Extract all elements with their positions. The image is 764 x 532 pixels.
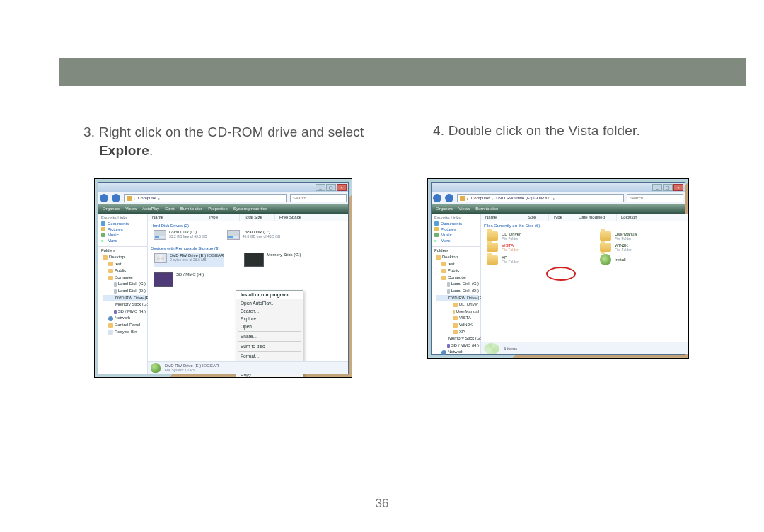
col-name[interactable]: Name	[148, 214, 204, 221]
tree-ddrive[interactable]: Local Disk (D:)	[451, 288, 479, 295]
cmd-burn[interactable]: Burn to disc	[180, 207, 203, 211]
favlink-documents[interactable]: Documents	[441, 221, 462, 226]
tree-network[interactable]: Network	[115, 315, 130, 322]
ctx-header[interactable]: Install or run program	[236, 291, 303, 299]
col-loc[interactable]: Location	[617, 214, 689, 221]
tree-computer[interactable]: Computer	[448, 274, 466, 282]
maximize-button[interactable]: ▢	[326, 184, 336, 191]
computer-icon	[127, 196, 132, 201]
tree-dvd[interactable]: DVD RW Drive (E:)	[115, 295, 151, 302]
favlink-music[interactable]: Music	[441, 233, 452, 237]
breadcrumb[interactable]: ▸ Computer ▸	[124, 194, 287, 202]
ctx-burn[interactable]: Burn to disc	[236, 342, 303, 350]
drive-dvd[interactable]: DVD RW Drive (E:) IOGEAR0 bytes free of …	[154, 253, 224, 267]
tree-usermanual[interactable]: UserManual	[456, 308, 479, 316]
col-date[interactable]: Date modified	[574, 214, 617, 221]
tree-test[interactable]: test	[448, 261, 455, 268]
folder-dldriver[interactable]: DL_DriverFile Folder	[487, 231, 579, 241]
close-button[interactable]: ×	[673, 184, 683, 191]
maximize-button[interactable]: ▢	[663, 184, 673, 191]
tree-test[interactable]: test	[115, 261, 122, 268]
tree-desktop[interactable]: Desktop	[442, 254, 458, 261]
cmd-autoplay[interactable]: AutoPlay	[142, 207, 159, 211]
cmd-sysprops[interactable]: System properties	[233, 207, 267, 211]
window-titlebar: _ ▢ ×	[98, 183, 348, 192]
ctx-share[interactable]: Share...	[236, 332, 303, 340]
ctx-search[interactable]: Search...	[236, 307, 303, 315]
drive-icon	[227, 230, 240, 240]
drive-c[interactable]: Local Disk (C:)33.2 GB free of 43.5 GB	[154, 230, 207, 240]
folder-xp[interactable]: XPFile Folder	[487, 254, 579, 265]
breadcrumb-item[interactable]: Computer	[471, 196, 490, 200]
tree-cdrive[interactable]: Local Disk (C:)	[451, 281, 479, 288]
cmd-views[interactable]: Views	[458, 207, 470, 211]
tree-dldriver[interactable]: DL_Driver	[459, 301, 478, 308]
tree-public[interactable]: Public	[115, 267, 126, 274]
col-name[interactable]: Name	[481, 214, 523, 221]
tree-sd[interactable]: SD / MMC (H:)	[118, 308, 146, 316]
nav-back-icon[interactable]	[433, 194, 441, 202]
tree-desktop[interactable]: Desktop	[109, 254, 125, 261]
col-type[interactable]: Type	[204, 214, 240, 221]
drive-d[interactable]: Local Disk (D:)40.0 GB free of 43.5 GB	[227, 230, 281, 240]
favlink-more[interactable]: More	[108, 238, 117, 243]
nav-back-icon[interactable]	[100, 194, 108, 202]
folder-usermanual[interactable]: UserManualFile Folder	[600, 231, 689, 241]
close-button[interactable]: ×	[337, 184, 347, 191]
tree-cdrive[interactable]: Local Disk (C:)	[118, 281, 146, 288]
tree-public[interactable]: Public	[448, 267, 459, 274]
tree-ms[interactable]: Memory Stick (G:)	[115, 301, 149, 308]
cmd-properties[interactable]: Properties	[208, 207, 227, 211]
network-icon	[441, 350, 446, 355]
folder-icon	[436, 255, 441, 260]
cmd-organize[interactable]: Organize	[103, 207, 120, 211]
ctx-format[interactable]: Format...	[236, 352, 303, 360]
minimize-button[interactable]: _	[316, 184, 325, 191]
col-type[interactable]: Type	[549, 214, 574, 221]
file-install[interactable]: Install	[600, 254, 689, 265]
nav-forward-icon[interactable]	[445, 194, 453, 202]
breadcrumb[interactable]: ▸ Computer ▸ DVD RW Drive (E:) GDIP201 ▸	[457, 194, 624, 202]
tree-xp[interactable]: XP	[459, 329, 465, 336]
favlink-documents[interactable]: Documents	[108, 221, 129, 226]
col-free[interactable]: Free Space	[275, 214, 348, 221]
ctx-open[interactable]: Open	[236, 323, 303, 330]
tree-computer[interactable]: Computer	[115, 274, 133, 282]
folder-vista[interactable]: VISTAFile Folder	[487, 243, 579, 252]
cmd-burn[interactable]: Burn to disc	[475, 207, 498, 211]
search-input[interactable]: Search	[627, 194, 683, 202]
col-size[interactable]: Size	[523, 214, 549, 221]
breadcrumb-item[interactable]: DVD RW Drive (E:) GDIP201	[496, 196, 551, 200]
tree-sd[interactable]: SD / MMC (H:)	[451, 342, 479, 349]
favlink-pictures[interactable]: Pictures	[108, 227, 123, 231]
ctx-open-autoplay[interactable]: Open AutoPlay...	[236, 299, 303, 307]
tree-dvd[interactable]: DVD RW Drive (E:)	[448, 295, 485, 302]
step-number: 4.	[433, 123, 444, 138]
tree-network[interactable]: Network	[448, 349, 463, 356]
breadcrumb-item[interactable]: Computer	[138, 196, 156, 200]
folders-header[interactable]: Folders	[432, 246, 480, 254]
address-bar: ▸ Computer ▸ DVD RW Drive (E:) GDIP201 ▸…	[432, 192, 685, 204]
drive-sd[interactable]: SD / MMC (H:)	[154, 272, 204, 287]
tree-win2k[interactable]: WIN2K	[459, 322, 473, 329]
favlink-more[interactable]: More	[441, 238, 451, 243]
folders-header[interactable]: Folders	[98, 246, 147, 254]
minimize-button[interactable]: _	[652, 184, 662, 191]
tree-bin[interactable]: Recycle Bin	[115, 329, 137, 336]
ctx-explore[interactable]: Explore	[236, 315, 303, 323]
search-input[interactable]: Search	[290, 194, 347, 202]
cmd-eject[interactable]: Eject	[165, 207, 174, 211]
favlink-pictures[interactable]: Pictures	[441, 227, 456, 231]
nav-forward-icon[interactable]	[112, 194, 120, 202]
cmd-organize[interactable]: Organize	[436, 207, 453, 211]
col-total[interactable]: Total Size	[240, 214, 275, 221]
tree-cpanel[interactable]: Control Panel	[115, 322, 140, 329]
folder-tree: Desktop test Public Computer Local Disk …	[432, 254, 480, 359]
drive-ms[interactable]: Memory Stick (G:)	[244, 253, 301, 267]
folder-win2k[interactable]: WIN2KFile Folder	[600, 243, 689, 252]
tree-ddrive[interactable]: Local Disk (D:)	[118, 288, 146, 295]
favlink-music[interactable]: Music	[108, 233, 119, 237]
cmd-views[interactable]: Views	[125, 207, 137, 211]
tree-vista[interactable]: VISTA	[459, 315, 471, 322]
tree-ms[interactable]: Memory Stick (G:)	[448, 335, 482, 342]
